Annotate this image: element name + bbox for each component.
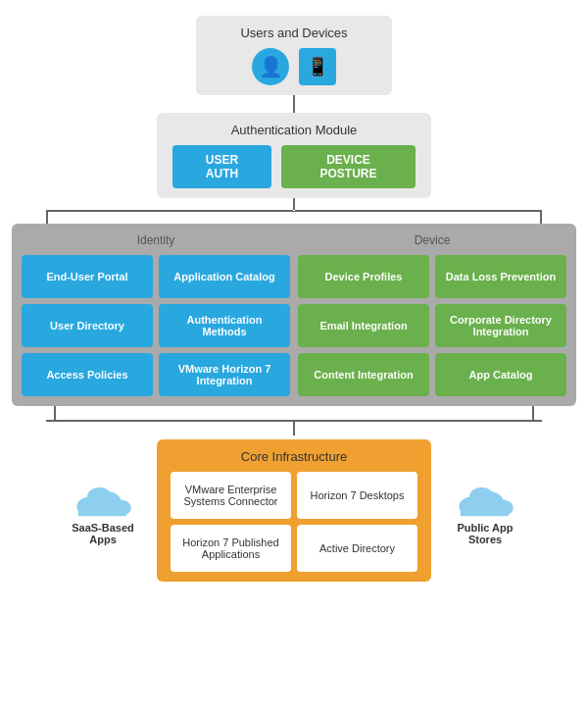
svg-rect-4 xyxy=(78,506,126,516)
device-posture-btn: DEVICE POSTURE xyxy=(281,145,416,188)
connector-v7 xyxy=(293,422,295,435)
core-grid: VMware Enterprise Systems Connector Hori… xyxy=(171,472,417,572)
core-cell-active-directory: Active Directory xyxy=(297,525,417,572)
main-grid-area: Identity End-User Portal Application Cat… xyxy=(12,224,576,406)
saas-cloud-icon xyxy=(69,477,137,520)
identity-grid: End-User Portal Application Catalog User… xyxy=(22,255,290,396)
identity-label: Identity xyxy=(22,233,290,247)
bottom-row: SaaS-Based Apps Core Infrastructure VMwa… xyxy=(12,439,576,582)
core-infra-box: Core Infrastructure VMware Enterprise Sy… xyxy=(157,439,431,582)
connector-drops xyxy=(46,212,543,224)
auth-buttons: USER AUTH DEVICE POSTURE xyxy=(172,145,416,188)
connector-v3 xyxy=(46,212,48,224)
connector-bottom-drops xyxy=(46,406,543,420)
connector-h-row xyxy=(46,210,543,212)
auth-module-title: Authentication Module xyxy=(172,123,416,137)
auth-module-box: Authentication Module USER AUTH DEVICE P… xyxy=(157,113,431,198)
public-cloud-icon xyxy=(451,477,519,520)
cell-application-catalog: Application Catalog xyxy=(159,255,290,298)
connector-h-bl xyxy=(46,420,294,422)
svg-rect-9 xyxy=(461,506,509,516)
user-icon: 👤 xyxy=(252,48,289,85)
users-devices-box: Users and Devices 👤 📱 xyxy=(196,16,392,95)
connector-v2 xyxy=(293,198,295,210)
cell-corporate-directory: Corporate Directory Integration xyxy=(435,304,566,347)
cell-vmware-horizon: VMware Horizon 7 Integration xyxy=(159,353,290,396)
cell-authentication-methods: Authentication Methods xyxy=(159,304,290,347)
cell-content-integration: Content Integration xyxy=(298,353,429,396)
identity-section: Identity End-User Portal Application Cat… xyxy=(22,233,290,396)
saas-cloud-box: SaaS-Based Apps xyxy=(59,477,147,545)
public-cloud-box: Public App Stores xyxy=(441,477,529,545)
connector-v4 xyxy=(540,212,542,224)
core-infra-title: Core Infrastructure xyxy=(171,449,417,464)
device-label: Device xyxy=(298,233,566,247)
connector-wide xyxy=(46,198,543,224)
users-devices-icons: 👤 📱 xyxy=(216,48,372,85)
connector-v5 xyxy=(54,406,56,420)
connector-v6 xyxy=(532,406,534,420)
connector-h-left xyxy=(46,210,293,212)
svg-point-8 xyxy=(469,486,494,506)
connector-h-right xyxy=(295,210,542,212)
core-cell-vmware-connector: VMware Enterprise Systems Connector xyxy=(171,472,291,519)
cell-data-loss-prevention: Data Loss Prevention xyxy=(435,255,566,298)
device-section: Device Device Profiles Data Loss Prevent… xyxy=(298,233,566,396)
connector-h-br xyxy=(294,420,542,422)
device-grid: Device Profiles Data Loss Prevention Ema… xyxy=(298,255,566,396)
user-auth-btn: USER AUTH xyxy=(172,145,271,188)
saas-cloud-label: SaaS-Based Apps xyxy=(59,522,147,545)
cell-email-integration: Email Integration xyxy=(298,304,429,347)
cell-end-user-portal: End-User Portal xyxy=(22,255,153,298)
core-cell-horizon-desktops: Horizon 7 Desktops xyxy=(297,472,417,519)
cell-app-catalog: App Catalog xyxy=(435,353,566,396)
core-cell-horizon-published: Horizon 7 Published Applications xyxy=(171,525,291,572)
svg-point-3 xyxy=(87,486,112,506)
public-cloud-label: Public App Stores xyxy=(441,522,529,545)
users-devices-title: Users and Devices xyxy=(216,26,372,40)
device-icon: 📱 xyxy=(299,48,336,85)
connector-bottom xyxy=(46,406,543,435)
cell-device-profiles: Device Profiles xyxy=(298,255,429,298)
cell-access-policies: Access Policies xyxy=(22,353,153,396)
cell-user-directory: User Directory xyxy=(22,304,153,347)
connector-v1 xyxy=(293,95,295,113)
